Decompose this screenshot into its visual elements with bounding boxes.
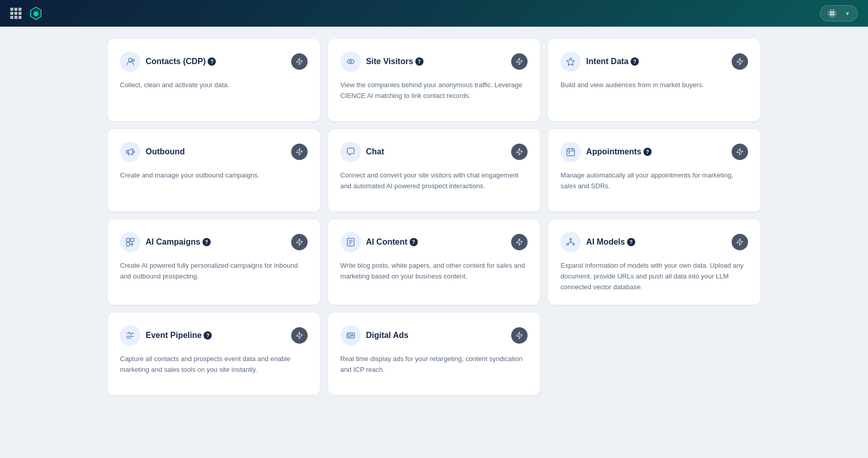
card-title-ai-campaigns: AI Campaigns?: [146, 237, 211, 247]
card-description-ai-content: Write blog posts, white papers, and othe…: [340, 261, 528, 282]
action-button-ai-content[interactable]: [511, 234, 528, 250]
svg-point-24: [567, 244, 569, 245]
card-icon-chat: [340, 142, 361, 162]
card-icon-outbound: [120, 142, 140, 162]
card-intent-data: Intent Data? Build and view audiences fr…: [548, 39, 760, 121]
card-title-group-ai-content: AI Content?: [340, 232, 418, 252]
help-icon-site-visitors[interactable]: ?: [415, 57, 423, 66]
card-title-group-ai-campaigns: AI Campaigns?: [120, 232, 211, 252]
logo: [28, 5, 48, 22]
card-digital-ads: Digital Ads Real time display ads for yo…: [328, 313, 540, 395]
card-header-outbound: Outbound: [120, 142, 308, 162]
svg-marker-9: [516, 58, 522, 65]
card-title-site-visitors: Site Visitors?: [366, 57, 423, 66]
card-header-event-pipeline: Event Pipeline?: [120, 325, 308, 346]
help-icon-event-pipeline[interactable]: ?: [204, 331, 212, 340]
svg-point-8: [350, 61, 352, 63]
svg-rect-0: [830, 11, 832, 13]
card-header-appointments: Appointments?: [560, 142, 748, 162]
card-title-group-event-pipeline: Event Pipeline?: [120, 325, 212, 346]
card-title-group-ai-models: AI Models?: [560, 232, 635, 252]
card-title-group-intent-data: Intent Data?: [560, 51, 639, 72]
help-icon-contacts-cdp[interactable]: ?: [208, 57, 216, 66]
card-header-ai-models: AI Models?: [560, 232, 748, 252]
card-event-pipeline: Event Pipeline? Capture all contacts and…: [108, 313, 320, 395]
card-chat: Chat Connect and convert your site visit…: [328, 129, 540, 211]
svg-marker-6: [296, 58, 302, 65]
action-button-outbound[interactable]: [291, 144, 308, 160]
card-outbound: Outbound Create and manage your outbound…: [108, 129, 320, 211]
card-title-intent-data: Intent Data?: [586, 57, 639, 66]
card-header-site-visitors: Site Visitors?: [340, 51, 528, 72]
card-title-group-site-visitors: Site Visitors?: [340, 51, 423, 72]
org-icon: [827, 9, 837, 18]
svg-rect-18: [131, 238, 134, 242]
card-header-ai-campaigns: AI Campaigns?: [120, 232, 308, 252]
action-button-ai-models[interactable]: [732, 234, 748, 250]
action-button-event-pipeline[interactable]: [291, 327, 308, 344]
svg-marker-22: [516, 238, 522, 245]
card-title-contacts-cdp: Contacts (CDP)?: [146, 57, 216, 66]
svg-marker-12: [296, 148, 302, 155]
card-appointments: Appointments? Manage automatically all y…: [548, 129, 760, 211]
svg-rect-15: [569, 152, 570, 154]
card-description-digital-ads: Real time display ads for your retargeti…: [340, 354, 528, 375]
card-icon-appointments: [560, 142, 581, 162]
svg-rect-3: [833, 14, 835, 16]
help-icon-ai-content[interactable]: ?: [410, 238, 418, 246]
card-header-ai-content: AI Content?: [340, 232, 528, 252]
svg-rect-19: [127, 243, 130, 246]
action-button-digital-ads[interactable]: [511, 327, 528, 344]
action-button-site-visitors[interactable]: [511, 53, 528, 70]
card-ai-models: AI Models? Expand information of models …: [548, 220, 760, 305]
card-title-group-outbound: Outbound: [120, 142, 185, 162]
card-icon-event-pipeline: [120, 325, 140, 346]
card-site-visitors: Site Visitors? View the companies behind…: [328, 39, 540, 121]
help-icon-ai-models[interactable]: ?: [627, 238, 635, 246]
svg-point-25: [573, 244, 574, 245]
card-icon-ai-content: [340, 232, 361, 252]
svg-rect-1: [833, 11, 835, 13]
action-button-appointments[interactable]: [732, 144, 748, 160]
svg-marker-26: [737, 238, 743, 245]
card-description-outbound: Create and manage your outbound campaign…: [120, 170, 308, 181]
card-title-ai-models: AI Models?: [586, 237, 635, 247]
action-button-ai-campaigns[interactable]: [291, 234, 308, 250]
card-header-intent-data: Intent Data?: [560, 51, 748, 72]
svg-marker-27: [296, 332, 302, 339]
header-right: ▼: [820, 5, 858, 22]
help-icon-ai-campaigns[interactable]: ?: [203, 238, 211, 246]
chevron-down-icon: ▼: [845, 11, 850, 16]
header-left: [10, 5, 48, 22]
svg-point-29: [348, 334, 351, 337]
svg-marker-10: [737, 58, 743, 65]
card-description-contacts-cdp: Collect, clean and activate your data.: [120, 80, 308, 91]
card-description-ai-campaigns: Create AI powered fully personalized cam…: [120, 261, 308, 282]
card-contacts-cdp: Contacts (CDP)? Collect, clean and activ…: [108, 39, 320, 121]
svg-rect-2: [830, 14, 832, 16]
card-description-chat: Connect and convert your site visitors w…: [340, 170, 528, 192]
card-title-group-appointments: Appointments?: [560, 142, 652, 162]
card-icon-intent-data: [560, 51, 581, 72]
card-header-chat: Chat: [340, 142, 528, 162]
card-title-group-chat: Chat: [340, 142, 385, 162]
card-title-ai-content: AI Content?: [366, 237, 418, 247]
card-description-appointments: Manage automatically all your appointmen…: [560, 170, 748, 192]
card-icon-site-visitors: [340, 51, 361, 72]
card-title-group-digital-ads: Digital Ads: [340, 325, 409, 346]
help-icon-appointments[interactable]: ?: [643, 148, 652, 156]
action-button-intent-data[interactable]: [732, 53, 748, 70]
card-title-digital-ads: Digital Ads: [366, 331, 409, 340]
help-icon-intent-data[interactable]: ?: [631, 57, 639, 66]
app-header: ▼: [0, 0, 868, 27]
action-button-contacts-cdp[interactable]: [291, 53, 308, 70]
action-button-chat[interactable]: [511, 144, 528, 160]
grid-menu-icon[interactable]: [10, 8, 22, 19]
card-description-event-pipeline: Capture all contacts and prospects event…: [120, 354, 308, 375]
svg-marker-20: [296, 238, 302, 245]
card-ai-campaigns: AI Campaigns? Create AI powered fully pe…: [108, 220, 320, 305]
card-icon-ai-models: [560, 232, 581, 252]
card-description-site-visitors: View the companies behind your anonymous…: [340, 80, 528, 102]
org-selector[interactable]: ▼: [820, 5, 858, 22]
card-description-ai-models: Expand information of models with your o…: [560, 261, 748, 292]
